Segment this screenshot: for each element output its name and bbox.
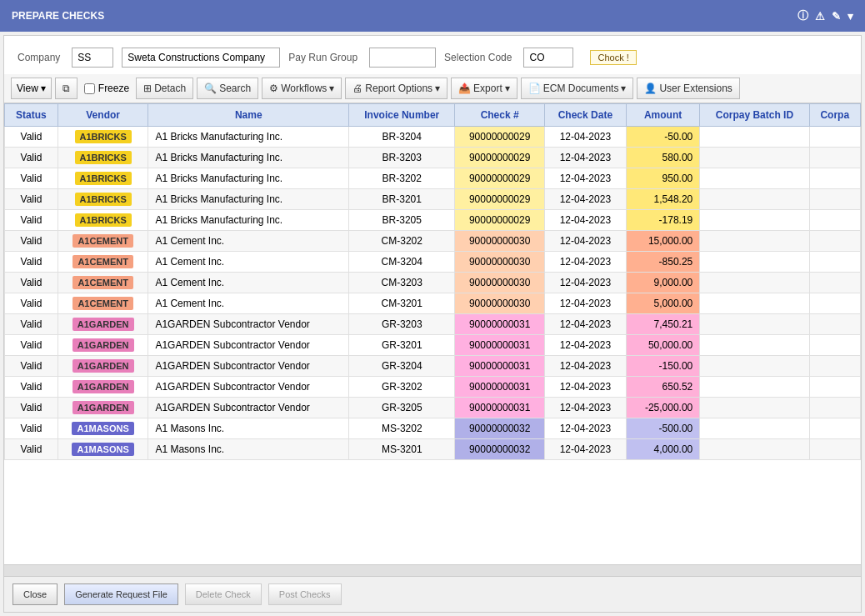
col-vendor: Vendor — [58, 104, 148, 127]
ecm-documents-button[interactable]: 📄 ECM Documents ▾ — [521, 78, 634, 99]
workflows-icon: ⚙ — [269, 83, 278, 94]
selection-code-label: Selection Code — [444, 52, 512, 63]
cell-corpa — [809, 127, 860, 148]
detach-button[interactable]: ⊞ Detach — [136, 78, 193, 99]
title-bar: PREPARE CHECKS ⓘ ⚠ ✎ ▾ — [0, 0, 865, 32]
cell-amount: 580.00 — [626, 148, 699, 168]
cell-check: 90000000029 — [455, 168, 545, 189]
cell-invoice: MS-3201 — [349, 439, 455, 460]
user-extensions-icon: 👤 — [644, 83, 657, 94]
export-icon: 📤 — [458, 83, 471, 94]
table-row[interactable]: Valid A1GARDEN A1GARDEN Subcontractor Ve… — [5, 314, 861, 335]
cell-check: 90000000030 — [455, 231, 545, 252]
cell-corpa — [809, 293, 860, 314]
cell-check: 90000000029 — [455, 127, 545, 148]
table-row[interactable]: Valid A1CEMENT A1 Cement Inc. CM-3204 90… — [5, 252, 861, 273]
cell-corpay-batch — [700, 335, 809, 356]
close-button[interactable]: Close — [12, 583, 58, 605]
warning-icon[interactable]: ⚠ — [815, 10, 825, 23]
workflows-chevron-icon: ▾ — [329, 83, 334, 94]
table-row[interactable]: Valid A1BRICKS A1 Bricks Manufacturing I… — [5, 168, 861, 189]
export-button[interactable]: 📤 Export ▾ — [451, 78, 518, 99]
cell-corpay-batch — [700, 356, 809, 377]
table-row[interactable]: Valid A1CEMENT A1 Cement Inc. CM-3202 90… — [5, 231, 861, 252]
search-button[interactable]: 🔍 Search — [197, 78, 258, 99]
table-row[interactable]: Valid A1GARDEN A1GARDEN Subcontractor Ve… — [5, 398, 861, 418]
cell-corpay-batch — [700, 168, 809, 189]
table-row[interactable]: Valid A1CEMENT A1 Cement Inc. CM-3203 90… — [5, 273, 861, 293]
report-options-button[interactable]: 🖨 Report Options ▾ — [345, 78, 448, 99]
cell-corpay-batch — [700, 148, 809, 168]
table-row[interactable]: Valid A1GARDEN A1GARDEN Subcontractor Ve… — [5, 335, 861, 356]
cell-corpa — [809, 418, 860, 439]
table-row[interactable]: Valid A1CEMENT A1 Cement Inc. CM-3201 90… — [5, 293, 861, 314]
table-row[interactable]: Valid A1BRICKS A1 Bricks Manufacturing I… — [5, 189, 861, 210]
copy-button[interactable]: ⧉ — [55, 78, 78, 99]
cell-invoice: BR-3202 — [349, 168, 455, 189]
cell-name: A1GARDEN Subcontractor Vendor — [148, 314, 349, 335]
post-checks-button[interactable]: Post Checks — [268, 583, 342, 605]
edit-icon[interactable]: ✎ — [832, 10, 841, 23]
cell-name: A1 Cement Inc. — [148, 293, 349, 314]
generate-request-button[interactable]: Generate Request File — [64, 583, 178, 605]
table-row[interactable]: Valid A1MASONS A1 Masons Inc. MS-3201 90… — [5, 439, 861, 460]
workflows-button[interactable]: ⚙ Workflows ▾ — [262, 78, 342, 99]
toolbar: View ▾ ⧉ Freeze ⊞ Detach 🔍 Search ⚙ Work… — [4, 74, 861, 103]
company-name-input[interactable] — [122, 48, 280, 68]
freeze-label: Freeze — [98, 83, 129, 94]
cell-status: Valid — [5, 314, 58, 335]
cell-name: A1 Masons Inc. — [148, 418, 349, 439]
cell-name: A1GARDEN Subcontractor Vendor — [148, 356, 349, 377]
freeze-area: Freeze — [81, 83, 132, 94]
cell-corpay-batch — [700, 398, 809, 418]
cell-amount: -178.19 — [626, 210, 699, 231]
cell-corpa — [809, 189, 860, 210]
freeze-checkbox[interactable] — [84, 83, 95, 94]
cell-invoice: BR-3201 — [349, 189, 455, 210]
table-row[interactable]: Valid A1GARDEN A1GARDEN Subcontractor Ve… — [5, 377, 861, 398]
cell-name: A1 Cement Inc. — [148, 273, 349, 293]
cell-name: A1GARDEN Subcontractor Vendor — [148, 377, 349, 398]
cell-check-date: 12-04-2023 — [544, 148, 626, 168]
cell-vendor: A1GARDEN — [58, 314, 148, 335]
cell-corpay-batch — [700, 231, 809, 252]
cell-check-date: 12-04-2023 — [544, 439, 626, 460]
cell-check-date: 12-04-2023 — [544, 231, 626, 252]
cell-corpay-batch — [700, 189, 809, 210]
top-form: Company Pay Run Group Selection Code Cho… — [4, 36, 861, 74]
cell-invoice: GR-3201 — [349, 335, 455, 356]
cell-check-date: 12-04-2023 — [544, 356, 626, 377]
grid-container[interactable]: Status Vendor Name Invoice Number Check … — [4, 103, 861, 564]
cell-check: 90000000029 — [455, 210, 545, 231]
table-row[interactable]: Valid A1GARDEN A1GARDEN Subcontractor Ve… — [5, 356, 861, 377]
cell-check: 90000000031 — [455, 398, 545, 418]
table-row[interactable]: Valid A1BRICKS A1 Bricks Manufacturing I… — [5, 148, 861, 168]
cell-corpa — [809, 356, 860, 377]
delete-check-button[interactable]: Delete Check — [185, 583, 262, 605]
info-icon[interactable]: ⓘ — [798, 8, 808, 23]
horizontal-scrollbar[interactable] — [4, 564, 861, 576]
cell-check: 90000000031 — [455, 314, 545, 335]
table-row[interactable]: Valid A1BRICKS A1 Bricks Manufacturing I… — [5, 210, 861, 231]
col-corpay-batch: Corpay Batch ID — [700, 104, 809, 127]
col-check-date: Check Date — [544, 104, 626, 127]
cell-invoice: BR-3203 — [349, 148, 455, 168]
company-code-input[interactable] — [72, 48, 113, 68]
cell-status: Valid — [5, 377, 58, 398]
chevron-down-icon[interactable]: ▾ — [848, 10, 853, 23]
cell-check: 90000000029 — [455, 148, 545, 168]
table-row[interactable]: Valid A1BRICKS A1 Bricks Manufacturing I… — [5, 127, 861, 148]
cell-amount: -500.00 — [626, 418, 699, 439]
cell-invoice: CM-3203 — [349, 273, 455, 293]
user-extensions-button[interactable]: 👤 User Extensions — [637, 78, 739, 99]
pay-run-group-input[interactable] — [369, 48, 436, 68]
cell-invoice: GR-3202 — [349, 377, 455, 398]
selection-code-input[interactable] — [523, 48, 573, 68]
view-button[interactable]: View ▾ — [11, 78, 52, 99]
bottom-bar: Close Generate Request File Delete Check… — [4, 576, 861, 612]
cell-corpa — [809, 439, 860, 460]
cell-status: Valid — [5, 252, 58, 273]
cell-name: A1 Cement Inc. — [148, 231, 349, 252]
cell-amount: 950.00 — [626, 168, 699, 189]
table-row[interactable]: Valid A1MASONS A1 Masons Inc. MS-3202 90… — [5, 418, 861, 439]
